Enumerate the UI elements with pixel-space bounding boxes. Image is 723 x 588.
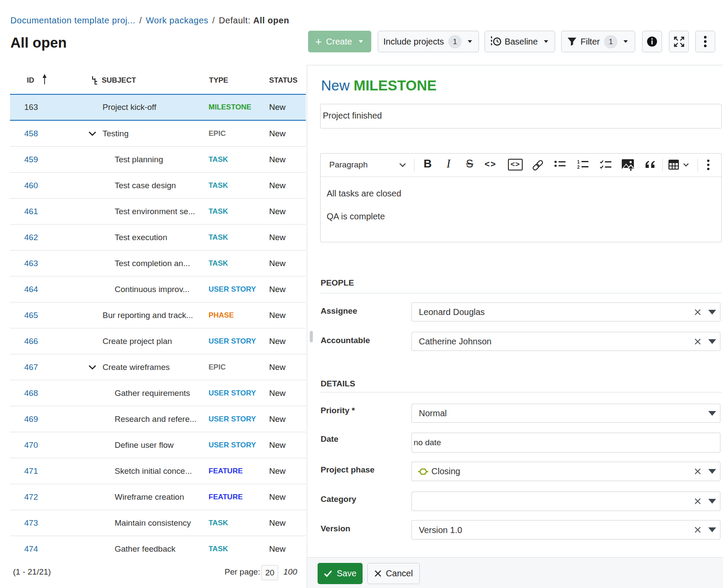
svg-text:2: 2 [577,165,580,170]
svg-text:1: 1 [577,160,580,164]
